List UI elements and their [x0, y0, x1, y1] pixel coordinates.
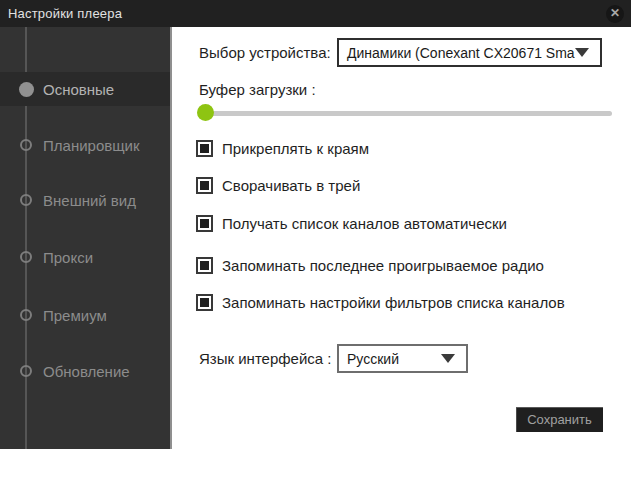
sidebar: Основные Планировщик Внешний вид Прокси … [0, 27, 172, 449]
device-select-label: Выбор устройства: [199, 44, 331, 61]
window-title: Настройки плеера [0, 6, 122, 21]
checkbox-snap-to-edges[interactable]: Прикреплять к краям [196, 136, 369, 160]
sidebar-item-planirovschik[interactable]: Планировщик [0, 128, 170, 162]
sidebar-item-label: Премиум [43, 307, 107, 324]
checkbox-remember-filter-settings[interactable]: Запоминать настройки фильтров списка кан… [196, 290, 565, 314]
checkmark-fill [200, 181, 209, 190]
chevron-down-icon [441, 354, 455, 363]
sidebar-item-label: Основные [43, 81, 114, 98]
slider-handle[interactable] [197, 104, 214, 121]
titlebar: Настройки плеера ✕ [0, 0, 631, 27]
sidebar-item-premium[interactable]: Премиум [0, 298, 170, 332]
checkbox-remember-last-radio[interactable]: Запоминать последнее проигрываемое радио [196, 253, 544, 277]
settings-panel: Выбор устройства: Динамики (Conexant CX2… [172, 27, 640, 484]
checkmark-fill [200, 219, 209, 228]
checkbox-label: Запоминать последнее проигрываемое радио [222, 257, 544, 274]
checkbox-checked-icon[interactable] [196, 140, 213, 157]
checkbox-label: Запоминать настройки фильтров списка кан… [222, 294, 565, 311]
radio-dot-icon [20, 139, 32, 151]
radio-dot-icon [20, 251, 32, 263]
checkbox-label: Сворачивать в трей [222, 177, 360, 194]
checkbox-checked-icon[interactable] [196, 215, 213, 232]
sidebar-item-proksi[interactable]: Прокси [0, 240, 170, 274]
sidebar-item-obnovlenie[interactable]: Обновление [0, 354, 170, 388]
checkmark-fill [200, 144, 209, 153]
radio-dot-icon [20, 365, 32, 377]
checkbox-label: Прикреплять к краям [222, 140, 369, 157]
close-icon[interactable]: ✕ [606, 5, 624, 23]
device-select-value: Динамики (Conexant CX20671 SmartAu... [339, 45, 575, 61]
sidebar-item-label: Прокси [43, 249, 93, 266]
checkbox-checked-icon[interactable] [196, 177, 213, 194]
chevron-down-icon [575, 48, 589, 57]
radio-dot-icon [20, 309, 32, 321]
checkmark-fill [200, 298, 209, 307]
checkbox-label: Получать список каналов автоматически [222, 215, 507, 232]
slider-track[interactable] [205, 111, 612, 116]
save-button[interactable]: Сохранить [516, 407, 603, 432]
checkbox-checked-icon[interactable] [196, 257, 213, 274]
checkbox-checked-icon[interactable] [196, 294, 213, 311]
radio-dot-icon [20, 194, 32, 206]
checkbox-minimize-to-tray[interactable]: Сворачивать в трей [196, 173, 360, 197]
sidebar-item-osnovnye[interactable]: Основные [0, 72, 170, 106]
language-select[interactable]: Русский [337, 344, 468, 373]
sidebar-item-label: Внешний вид [43, 192, 136, 209]
sidebar-item-label: Планировщик [43, 137, 139, 154]
device-select[interactable]: Динамики (Conexant CX20671 SmartAu... [337, 38, 602, 67]
sidebar-item-label: Обновление [43, 363, 130, 380]
sidebar-item-vneshniy-vid[interactable]: Внешний вид [0, 183, 170, 217]
buffer-slider[interactable] [197, 104, 612, 122]
checkbox-auto-channel-list[interactable]: Получать список каналов автоматически [196, 211, 507, 235]
language-select-value: Русский [339, 351, 441, 367]
language-select-label: Язык интерфейса : [199, 350, 332, 367]
radio-dot-icon [19, 82, 34, 97]
checkmark-fill [200, 261, 209, 270]
buffer-slider-label: Буфер загрузки : [199, 81, 316, 98]
